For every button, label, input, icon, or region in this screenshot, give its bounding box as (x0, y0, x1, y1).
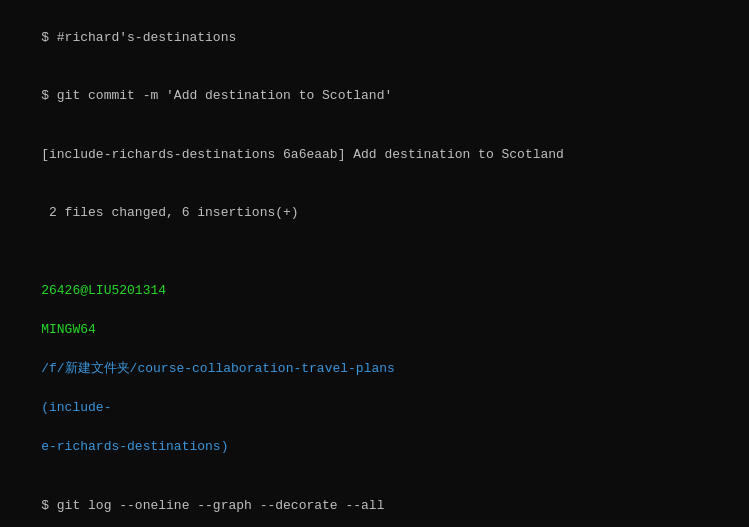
prompt-app-1: MINGW64 (41, 322, 96, 337)
prompt-space-2 (41, 342, 49, 357)
terminal-window: $ #richard's-destinations $ git commit -… (10, 8, 739, 527)
line-git-log-cmd: $ git log --oneline --graph --decorate -… (10, 476, 739, 527)
line-commit-output: [include-richards-destinations 6a6eaab] … (10, 125, 739, 184)
prompt-branch-1b: e-richards-destinations) (41, 439, 228, 454)
line-blank-1 (10, 242, 739, 262)
prompt-space-1 (41, 303, 49, 318)
prompt-path-1: /f/新建文件夹/course-collaboration-travel-pla… (41, 361, 395, 376)
prompt-branch-1: (include- (41, 400, 111, 415)
prompt-line-1: 26426@LIU5201314 MINGW64 /f/新建文件夹/course… (10, 262, 739, 477)
prompt-user-1: 26426@LIU5201314 (41, 283, 166, 298)
line-files-changed: 2 files changed, 6 insertions(+) (10, 184, 739, 243)
line-truncated: $ #richard's-destinations (10, 8, 739, 67)
line-commit-cmd: $ git commit -m 'Add destination to Scot… (10, 67, 739, 126)
prompt-space-3 (41, 381, 49, 396)
